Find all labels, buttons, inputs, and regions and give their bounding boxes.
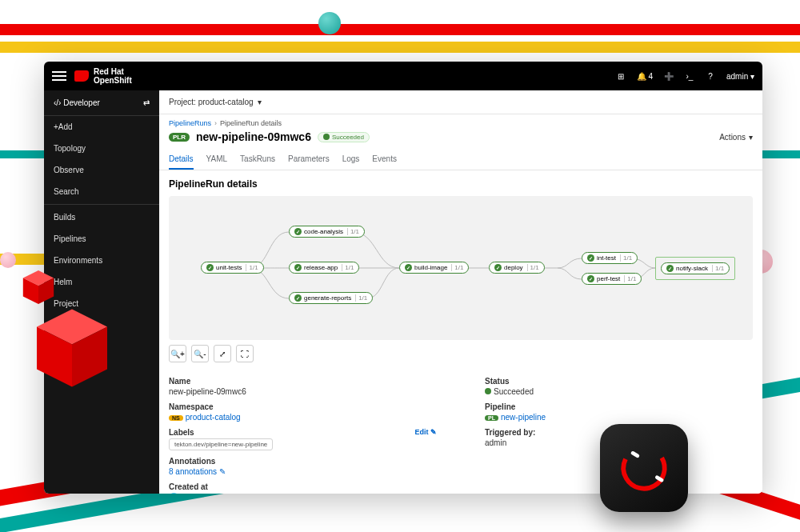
pipeline-label: Pipeline: [485, 402, 753, 411]
tab-logs[interactable]: Logs: [342, 150, 360, 170]
pl-badge: PL: [485, 415, 498, 421]
openshift-app-icon: [600, 424, 688, 512]
sidebar-item-observe[interactable]: Observe: [44, 159, 159, 181]
zoom-in-button[interactable]: 🔍+: [169, 345, 186, 362]
annotations-link[interactable]: 8 annotations: [169, 467, 217, 476]
perspective-switcher[interactable]: ‹/› Developer⇄: [44, 90, 159, 116]
task-node-code-analysis[interactable]: ✓code-analysis1/1: [289, 226, 365, 238]
task-node-perf-test[interactable]: ✓perf-test1/1: [582, 273, 642, 285]
status-pill: Succeeded: [318, 132, 370, 142]
createdat-value: May 16, 2023, 3:01 PM: [181, 493, 263, 494]
actions-menu[interactable]: Actions ▾: [719, 133, 753, 142]
brand-logo: Red HatOpenShift: [74, 67, 132, 85]
sidebar-item-topology[interactable]: Topology: [44, 138, 159, 159]
tab-yaml[interactable]: YAML: [206, 150, 228, 170]
user-menu[interactable]: admin ▾: [726, 72, 754, 81]
project-bar[interactable]: Project: product-catalog ▾: [159, 90, 762, 114]
label-chip: tekton.dev/pipeline=new-pipeline: [169, 438, 273, 450]
namespace-label: Namespace: [169, 402, 437, 411]
task-node-notify-slack[interactable]: ✓notify-slack1/1: [661, 262, 730, 274]
labels-edit[interactable]: Edit ✎: [414, 428, 437, 436]
namespace-link[interactable]: product-catalog: [186, 413, 241, 422]
section-title: PipelineRun details: [169, 178, 753, 190]
status-value: Succeeded: [485, 387, 753, 396]
apps-icon[interactable]: ⊞: [616, 71, 626, 81]
breadcrumb-root[interactable]: PipelineRuns: [169, 119, 211, 127]
task-node-int-test[interactable]: ✓int-test1/1: [582, 252, 638, 264]
sidebar-item-add[interactable]: +Add: [44, 116, 159, 138]
pipeline-link[interactable]: new-pipeline: [501, 413, 546, 422]
menu-toggle-icon[interactable]: [52, 71, 66, 81]
task-node-release-app[interactable]: ✓release-app1/1: [289, 262, 359, 274]
status-label: Status: [485, 377, 753, 386]
add-icon[interactable]: ➕: [664, 71, 674, 81]
brand-line2: OpenShift: [94, 76, 132, 85]
sidebar-item-search[interactable]: Search: [44, 181, 159, 202]
tab-taskruns[interactable]: TaskRuns: [240, 150, 275, 170]
sidebar-item-pipelines[interactable]: Pipelines: [44, 228, 159, 250]
notifications-button[interactable]: 🔔 4: [637, 72, 653, 81]
createdat-label: Created at: [169, 482, 437, 491]
task-node-generate-reports[interactable]: ✓generate-reports1/1: [289, 292, 373, 304]
page-title: new-pipeline-09mwc6: [196, 130, 311, 143]
breadcrumb: PipelineRuns›PipelineRun details: [159, 114, 762, 127]
zoom-toolbar: 🔍+ 🔍- ⤢ ⛶: [169, 345, 753, 362]
sidebar-item-builds[interactable]: Builds: [44, 206, 159, 228]
brand-line1: Red Hat: [94, 67, 132, 76]
name-value: new-pipeline-09mwc6: [169, 387, 437, 396]
resource-badge: PLR: [169, 133, 190, 142]
tab-details[interactable]: Details: [169, 150, 194, 170]
sidebar: ‹/› Developer⇄ +Add Topology Observe Sea…: [44, 90, 159, 494]
sidebar-item-helm[interactable]: Helm: [44, 271, 159, 293]
tabs: Details YAML TaskRuns Parameters Logs Ev…: [159, 150, 762, 170]
annotations-edit-icon[interactable]: ✎: [219, 467, 226, 476]
tab-events[interactable]: Events: [372, 150, 397, 170]
fit-screen-button[interactable]: ⤢: [214, 345, 231, 362]
tab-parameters[interactable]: Parameters: [288, 150, 330, 170]
task-node-build-image[interactable]: ✓build-image1/1: [399, 262, 469, 274]
pipeline-graph[interactable]: ✓unit-tests1/1 ✓code-analysis1/1 ✓releas…: [169, 196, 753, 340]
name-label: Name: [169, 377, 437, 386]
masthead: Red HatOpenShift ⊞ 🔔 4 ➕ ›_ ? admin ▾: [44, 62, 762, 90]
ns-badge: NS: [169, 415, 183, 421]
help-icon[interactable]: ?: [706, 71, 715, 81]
globe-icon: 🌐: [169, 493, 178, 494]
annotations-label: Annotations: [169, 457, 437, 466]
sidebar-item-environments[interactable]: Environments: [44, 250, 159, 271]
terminal-icon[interactable]: ›_: [685, 71, 694, 81]
zoom-out-button[interactable]: 🔍-: [191, 345, 209, 362]
reset-view-button[interactable]: ⛶: [236, 345, 254, 362]
finally-group: ✓notify-slack1/1: [655, 257, 735, 280]
breadcrumb-current: PipelineRun details: [220, 119, 282, 127]
labels-label: LabelsEdit ✎: [169, 428, 437, 437]
task-node-unit-tests[interactable]: ✓unit-tests1/1: [201, 262, 264, 274]
task-node-deploy[interactable]: ✓deploy1/1: [489, 262, 545, 274]
svg-point-0: [616, 440, 672, 496]
